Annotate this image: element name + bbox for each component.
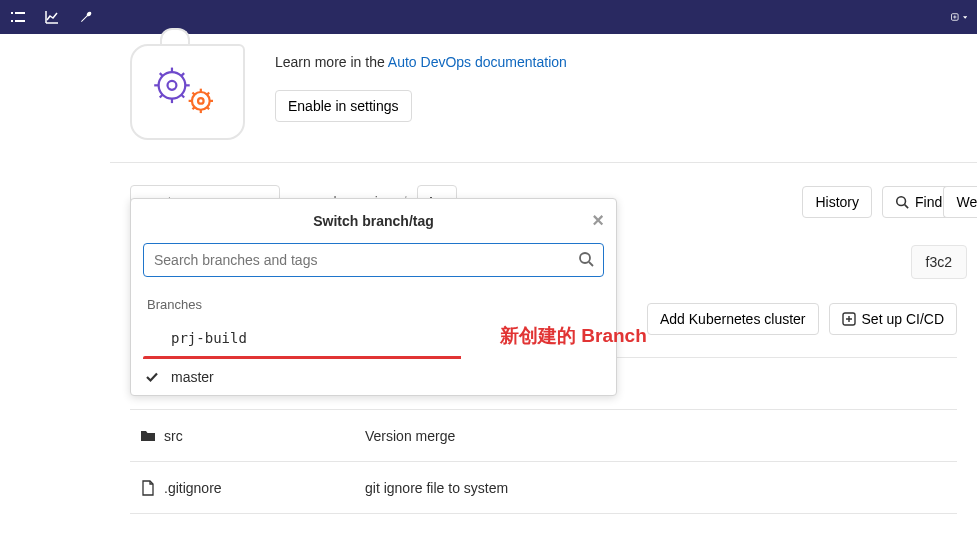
add-kubernetes-cluster-button[interactable]: Add Kubernetes cluster [647,303,819,335]
dropdown-title: Switch branch/tag × [131,199,616,243]
commit-message: git ignore file to system [365,480,508,496]
issues-icon[interactable] [10,9,26,25]
auto-devops-link[interactable]: Auto DevOps documentation [388,54,567,70]
commit-id-box[interactable]: f3c2 [911,245,967,279]
svg-line-11 [181,73,184,76]
branch-item-master[interactable]: master [131,359,616,395]
devops-learn-more: Learn more in the Auto DevOps documentat… [275,54,977,70]
top-navigation-bar [0,0,977,34]
file-icon [140,480,156,496]
svg-rect-0 [11,12,13,14]
search-icon [895,195,909,209]
file-name-label: .gitignore [164,480,222,496]
svg-line-21 [207,93,209,95]
svg-rect-1 [15,12,25,14]
setup-cicd-button[interactable]: Set up CI/CD [829,303,957,335]
svg-line-23 [192,93,194,95]
close-icon[interactable]: × [592,209,604,232]
svg-point-16 [198,98,204,104]
svg-point-27 [580,253,590,263]
svg-line-14 [181,95,184,98]
new-branch-annotation: 新创建的 Branch [500,323,647,349]
plus-dropdown-icon[interactable] [951,9,967,25]
auto-devops-banner: Learn more in the Auto DevOps documentat… [110,34,977,163]
svg-point-6 [168,81,177,90]
svg-rect-3 [15,20,25,22]
svg-line-22 [192,107,194,109]
dropdown-section-label: Branches [131,289,616,320]
commit-message: Version merge [365,428,455,444]
chart-icon[interactable] [44,9,60,25]
table-row[interactable]: src Version merge [130,410,957,462]
svg-line-24 [207,107,209,109]
search-icon[interactable] [578,251,594,270]
branch-tag-dropdown: Switch branch/tag × Branches prj-build m… [130,198,617,396]
svg-line-13 [160,73,163,76]
svg-point-5 [159,72,186,99]
svg-point-15 [192,92,210,110]
check-icon [145,370,159,387]
svg-point-25 [897,197,906,206]
svg-line-12 [160,95,163,98]
wrench-icon[interactable] [78,9,94,25]
commit-short-id: f3c2 [926,254,952,270]
svg-rect-2 [11,20,13,22]
history-button[interactable]: History [802,186,872,218]
folder-icon [140,428,156,444]
table-row[interactable]: .gitignore git ignore file to system [130,462,957,514]
enable-in-settings-button[interactable]: Enable in settings [275,90,412,122]
gears-illustration [130,44,245,140]
web-ide-button[interactable]: Web [943,186,977,218]
plus-box-icon [842,312,856,326]
file-name-label: src [164,428,183,444]
branch-search-input[interactable] [143,243,604,277]
